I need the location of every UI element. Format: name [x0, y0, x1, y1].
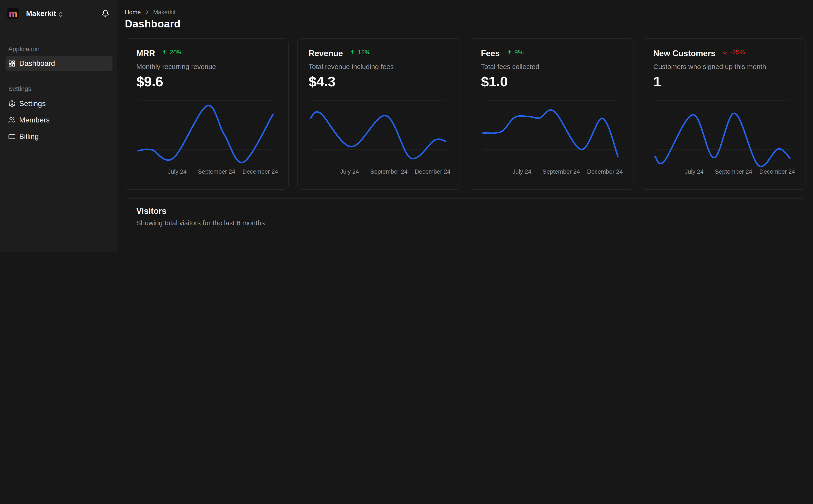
svg-text:m: m [9, 8, 17, 19]
